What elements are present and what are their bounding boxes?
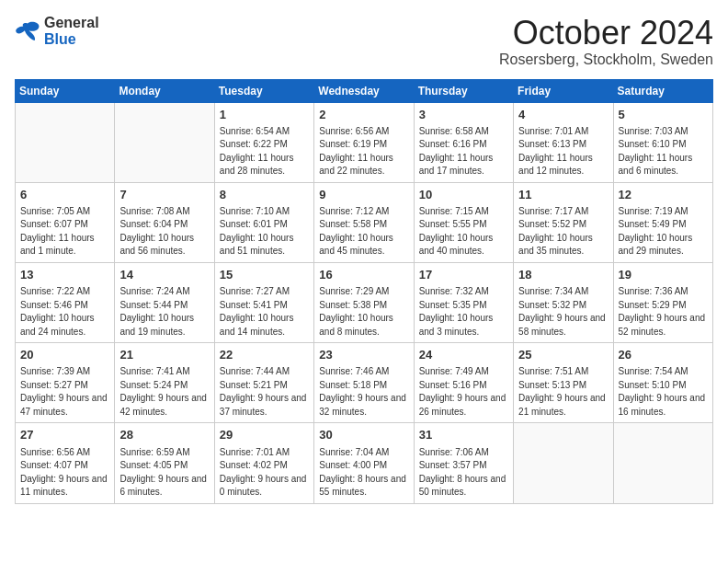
day-number: 2 xyxy=(319,107,408,123)
calendar-day-cell: 2Sunrise: 6:56 AMSunset: 6:19 PMDaylight… xyxy=(314,102,414,182)
calendar-day-cell: 28Sunrise: 6:59 AMSunset: 4:05 PMDayligh… xyxy=(115,423,214,503)
calendar-day-cell: 26Sunrise: 7:54 AMSunset: 5:10 PMDayligh… xyxy=(613,343,712,423)
calendar-day-cell: 16Sunrise: 7:29 AMSunset: 5:38 PMDayligh… xyxy=(314,262,414,342)
day-info: Sunrise: 6:56 AMSunset: 6:19 PMDaylight:… xyxy=(319,125,408,178)
day-of-week-header: Saturday xyxy=(613,79,712,102)
calendar-day-cell: 7Sunrise: 7:08 AMSunset: 6:04 PMDaylight… xyxy=(115,182,214,262)
calendar-day-cell xyxy=(115,102,214,182)
day-info: Sunrise: 7:22 AMSunset: 5:46 PMDaylight:… xyxy=(20,285,109,339)
header-row: SundayMondayTuesdayWednesdayThursdayFrid… xyxy=(16,79,713,102)
day-of-week-header: Tuesday xyxy=(214,79,313,102)
day-number: 8 xyxy=(220,187,309,203)
day-number: 25 xyxy=(518,347,608,363)
calendar-body: 1Sunrise: 6:54 AMSunset: 6:22 PMDaylight… xyxy=(16,102,713,503)
calendar-day-cell: 20Sunrise: 7:39 AMSunset: 5:27 PMDayligh… xyxy=(16,343,115,423)
day-number: 10 xyxy=(419,187,508,203)
title-block: October 2024 Rosersberg, Stockholm, Swed… xyxy=(499,15,713,68)
day-info: Sunrise: 7:04 AMSunset: 4:00 PMDaylight:… xyxy=(319,446,408,500)
day-of-week-header: Sunday xyxy=(16,79,115,102)
day-number: 26 xyxy=(619,347,708,363)
logo-bird-icon xyxy=(15,20,40,42)
day-info: Sunrise: 7:10 AMSunset: 6:01 PMDaylight:… xyxy=(220,205,309,259)
day-info: Sunrise: 7:06 AMSunset: 3:57 PMDaylight:… xyxy=(419,446,508,500)
day-info: Sunrise: 7:19 AMSunset: 5:49 PMDaylight:… xyxy=(619,205,708,259)
calendar-day-cell: 25Sunrise: 7:51 AMSunset: 5:13 PMDayligh… xyxy=(514,343,613,423)
day-number: 22 xyxy=(220,347,309,363)
day-info: Sunrise: 7:44 AMSunset: 5:21 PMDaylight:… xyxy=(220,365,309,419)
day-info: Sunrise: 6:58 AMSunset: 6:16 PMDaylight:… xyxy=(419,125,508,178)
calendar-week-row: 1Sunrise: 6:54 AMSunset: 6:22 PMDaylight… xyxy=(16,102,713,182)
page-header: General Blue October 2024 Rosersberg, St… xyxy=(15,15,713,68)
day-info: Sunrise: 7:05 AMSunset: 6:07 PMDaylight:… xyxy=(20,205,109,259)
calendar-day-cell: 6Sunrise: 7:05 AMSunset: 6:07 PMDaylight… xyxy=(16,182,115,262)
day-info: Sunrise: 7:08 AMSunset: 6:04 PMDaylight:… xyxy=(119,205,209,259)
calendar-day-cell: 9Sunrise: 7:12 AMSunset: 5:58 PMDaylight… xyxy=(314,182,414,262)
day-info: Sunrise: 7:17 AMSunset: 5:52 PMDaylight:… xyxy=(518,205,608,259)
day-number: 9 xyxy=(319,187,408,203)
calendar-day-cell: 11Sunrise: 7:17 AMSunset: 5:52 PMDayligh… xyxy=(514,182,613,262)
day-of-week-header: Friday xyxy=(514,79,613,102)
day-info: Sunrise: 7:29 AMSunset: 5:38 PMDaylight:… xyxy=(319,285,408,339)
calendar-day-cell: 13Sunrise: 7:22 AMSunset: 5:46 PMDayligh… xyxy=(16,262,115,342)
day-info: Sunrise: 7:15 AMSunset: 5:55 PMDaylight:… xyxy=(419,205,508,259)
day-of-week-header: Thursday xyxy=(414,79,513,102)
calendar-day-cell xyxy=(514,423,613,503)
day-of-week-header: Wednesday xyxy=(314,79,414,102)
day-number: 19 xyxy=(619,267,708,283)
calendar-day-cell: 31Sunrise: 7:06 AMSunset: 3:57 PMDayligh… xyxy=(414,423,513,503)
calendar-day-cell: 1Sunrise: 6:54 AMSunset: 6:22 PMDaylight… xyxy=(214,102,313,182)
day-info: Sunrise: 7:39 AMSunset: 5:27 PMDaylight:… xyxy=(20,365,109,419)
day-number: 23 xyxy=(319,347,408,363)
day-number: 4 xyxy=(518,107,608,123)
calendar-day-cell: 12Sunrise: 7:19 AMSunset: 5:49 PMDayligh… xyxy=(613,182,712,262)
calendar-day-cell: 19Sunrise: 7:36 AMSunset: 5:29 PMDayligh… xyxy=(613,262,712,342)
calendar-day-cell: 15Sunrise: 7:27 AMSunset: 5:41 PMDayligh… xyxy=(214,262,313,342)
day-info: Sunrise: 7:41 AMSunset: 5:24 PMDaylight:… xyxy=(119,365,209,419)
day-number: 12 xyxy=(619,187,708,203)
day-info: Sunrise: 6:54 AMSunset: 6:22 PMDaylight:… xyxy=(220,125,309,178)
day-of-week-header: Monday xyxy=(115,79,214,102)
calendar-day-cell: 10Sunrise: 7:15 AMSunset: 5:55 PMDayligh… xyxy=(414,182,513,262)
day-info: Sunrise: 7:12 AMSunset: 5:58 PMDaylight:… xyxy=(319,205,408,259)
day-number: 24 xyxy=(419,347,508,363)
calendar-table: SundayMondayTuesdayWednesdayThursdayFrid… xyxy=(15,79,713,504)
logo-text: General Blue xyxy=(44,15,99,48)
day-info: Sunrise: 7:01 AMSunset: 6:13 PMDaylight:… xyxy=(518,125,608,178)
day-number: 5 xyxy=(619,107,708,123)
calendar-day-cell: 5Sunrise: 7:03 AMSunset: 6:10 PMDaylight… xyxy=(613,102,712,182)
calendar-day-cell: 30Sunrise: 7:04 AMSunset: 4:00 PMDayligh… xyxy=(314,423,414,503)
day-number: 7 xyxy=(119,187,209,203)
day-info: Sunrise: 6:56 AMSunset: 4:07 PMDaylight:… xyxy=(20,446,109,500)
location-title: Rosersberg, Stockholm, Sweden xyxy=(499,52,713,68)
logo: General Blue xyxy=(15,15,99,48)
calendar-day-cell: 4Sunrise: 7:01 AMSunset: 6:13 PMDaylight… xyxy=(514,102,613,182)
day-number: 6 xyxy=(20,187,109,203)
calendar-week-row: 6Sunrise: 7:05 AMSunset: 6:07 PMDaylight… xyxy=(16,182,713,262)
day-number: 31 xyxy=(419,427,508,443)
day-number: 18 xyxy=(518,267,608,283)
day-number: 17 xyxy=(419,267,508,283)
day-number: 20 xyxy=(20,347,109,363)
day-info: Sunrise: 6:59 AMSunset: 4:05 PMDaylight:… xyxy=(119,446,209,500)
calendar-day-cell: 17Sunrise: 7:32 AMSunset: 5:35 PMDayligh… xyxy=(414,262,513,342)
day-number: 11 xyxy=(518,187,608,203)
day-info: Sunrise: 7:03 AMSunset: 6:10 PMDaylight:… xyxy=(619,125,708,178)
calendar-day-cell xyxy=(16,102,115,182)
day-number: 27 xyxy=(20,427,109,443)
day-info: Sunrise: 7:54 AMSunset: 5:10 PMDaylight:… xyxy=(619,365,708,419)
calendar-week-row: 27Sunrise: 6:56 AMSunset: 4:07 PMDayligh… xyxy=(16,423,713,503)
calendar-day-cell: 23Sunrise: 7:46 AMSunset: 5:18 PMDayligh… xyxy=(314,343,414,423)
calendar-week-row: 13Sunrise: 7:22 AMSunset: 5:46 PMDayligh… xyxy=(16,262,713,342)
day-number: 13 xyxy=(20,267,109,283)
calendar-day-cell: 14Sunrise: 7:24 AMSunset: 5:44 PMDayligh… xyxy=(115,262,214,342)
calendar-day-cell: 22Sunrise: 7:44 AMSunset: 5:21 PMDayligh… xyxy=(214,343,313,423)
day-info: Sunrise: 7:32 AMSunset: 5:35 PMDaylight:… xyxy=(419,285,508,339)
day-info: Sunrise: 7:49 AMSunset: 5:16 PMDaylight:… xyxy=(419,365,508,419)
day-number: 15 xyxy=(220,267,309,283)
day-number: 30 xyxy=(319,427,408,443)
day-info: Sunrise: 7:51 AMSunset: 5:13 PMDaylight:… xyxy=(518,365,608,419)
month-title: October 2024 xyxy=(499,15,713,52)
day-number: 14 xyxy=(119,267,209,283)
calendar-header: SundayMondayTuesdayWednesdayThursdayFrid… xyxy=(16,79,713,102)
day-number: 3 xyxy=(419,107,508,123)
